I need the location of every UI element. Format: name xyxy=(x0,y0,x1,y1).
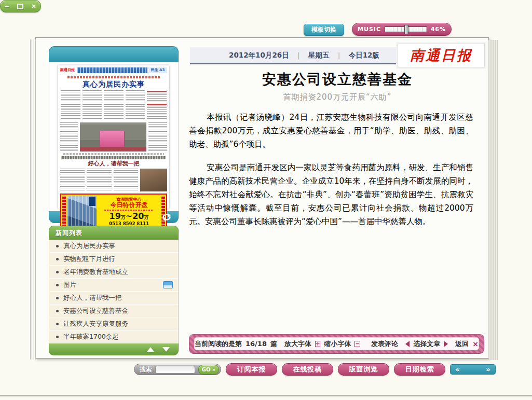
newspaper-logo-box: 南通日报 xyxy=(398,44,485,67)
thumbnail-text-column xyxy=(147,90,167,120)
news-item-label: 让残疾人安享康复服务 xyxy=(63,320,128,328)
post-comment-button[interactable]: 发表评论 xyxy=(371,339,398,349)
template-switch-button[interactable]: 模板切换 xyxy=(304,24,344,36)
thumbnail-donation-box xyxy=(100,131,125,147)
search-go-button[interactable]: GO » xyxy=(198,365,219,375)
scroll-up-icon[interactable] xyxy=(147,347,154,352)
book-page-edge-left xyxy=(29,39,36,360)
toolbar-button[interactable]: 在线投稿 xyxy=(282,363,333,376)
separator: ｜ xyxy=(335,51,342,60)
current-article-prefix: 当前阅读的是第 xyxy=(195,339,242,349)
thumbnail-text-columns xyxy=(61,90,167,120)
news-item-label: 实物配租下月进行 xyxy=(63,255,115,264)
advert-photo-tag xyxy=(89,197,96,206)
thumbnail-headline-secondary: 好心人，请帮我一把 xyxy=(60,160,167,167)
advert-price: 19万~20万 xyxy=(110,212,149,221)
bullet-icon xyxy=(56,245,59,247)
news-item-label: 安惠公司设立慈善基金 xyxy=(63,307,128,315)
toolbar-button[interactable]: 日期检索 xyxy=(394,363,445,376)
news-list-item[interactable]: 好心人，请帮我一把 xyxy=(49,292,178,305)
toolbar-buttons: 订阅本报在线投稿版面浏览日期检索 xyxy=(226,363,445,376)
zoom-out-text-button[interactable]: 缩小字体 xyxy=(324,339,351,349)
music-slider-handle-icon[interactable] xyxy=(404,25,408,34)
news-list-item[interactable]: 安惠公司设立慈善基金 xyxy=(49,305,178,318)
close-button[interactable]: × xyxy=(28,2,39,10)
reader-page-frame: 南通日报 民生 A3 真心为居民办实事 xyxy=(35,37,489,358)
book-page-edge-right xyxy=(488,40,498,360)
next-article-icon[interactable] xyxy=(444,341,448,347)
toolbar-button[interactable]: 订阅本报 xyxy=(226,363,277,376)
advert-headline: 今日特价开盘 xyxy=(111,202,148,209)
toolbar-button[interactable]: 版面浏览 xyxy=(338,363,389,376)
bottom-toolbar: 搜索 GO » 订阅本报在线投稿版面浏览日期检索 « » xyxy=(134,364,496,375)
page-pager: « » xyxy=(450,364,496,375)
news-list-item[interactable]: 老年消费教育基地成立 xyxy=(49,266,178,279)
thumbnail-advert: 鑫湖国贸中心 今日特价开盘 19万~20万 0513 8592 8111 xyxy=(60,194,167,231)
zoom-out-icon[interactable]: − xyxy=(354,341,360,347)
music-player-bar[interactable]: MUSIC 46% xyxy=(352,23,452,36)
edition-label: 今日12版 xyxy=(349,51,379,60)
separator: ｜ xyxy=(295,51,302,60)
thumbnail-photo-small xyxy=(140,169,167,191)
thumbnail-text-column xyxy=(126,90,145,120)
thumbnail-photo xyxy=(80,122,146,151)
minimize-button[interactable] xyxy=(2,2,13,10)
restore-button[interactable] xyxy=(15,2,26,10)
article-title: 安惠公司设立慈善基金 xyxy=(189,70,486,89)
news-list-item[interactable]: 让残疾人安享康复服务 xyxy=(49,318,178,330)
reading-control-bar: 当前阅读的是第 16/18 篇 放大字体 + 缩小字体 − 发表评论 选择文章 xyxy=(189,334,484,354)
article-subtitle: 首期捐资200万元开展“六助” xyxy=(189,92,486,102)
thumbnail-masthead: 南通日报 民生 A3 xyxy=(60,67,167,73)
back-button[interactable]: 返回 xyxy=(455,339,469,349)
music-volume-slider[interactable] xyxy=(385,26,427,32)
thumbnail-photo-row xyxy=(60,122,167,151)
thumbnail-text-column xyxy=(87,169,111,191)
pager-next-icon[interactable]: » xyxy=(486,365,490,374)
advert-building-photo xyxy=(67,196,97,229)
thumbnail-text-column xyxy=(60,169,85,191)
advert-side-strip xyxy=(161,196,165,229)
thumbnail-masthead-logo: 南通日报 xyxy=(60,67,76,73)
zoom-in-text-button[interactable]: 放大字体 xyxy=(284,339,311,349)
date-label: 2012年10月26日 xyxy=(229,51,289,60)
article-paragraph: 本报讯（记者汤晓峰）24日，江苏安惠生物科技有限公司向南通开发区慈善会捐款200… xyxy=(189,111,473,151)
advert-side-strip xyxy=(62,196,66,229)
zoom-in-icon[interactable]: + xyxy=(315,341,320,347)
article-unit: 篇 xyxy=(270,339,277,349)
news-list: 真心为居民办实事实物配租下月进行老年消费教育基地成立图片好心人，请帮我一把安惠公… xyxy=(49,240,179,343)
news-item-label: 真心为居民办实事 xyxy=(63,242,115,251)
news-list-item[interactable]: 真心为居民办实事 xyxy=(49,240,178,253)
bottom-divider xyxy=(0,395,532,397)
news-item-label: 半年破案1700余起 xyxy=(63,333,119,341)
close-article-icon[interactable]: × xyxy=(472,340,479,348)
newspaper-logo: 南通日报 xyxy=(410,46,472,65)
thumbnail-caption-line xyxy=(63,153,164,155)
search-label: 搜索 xyxy=(140,365,152,374)
thumbnail-section-label: 民生 A3 xyxy=(148,67,167,73)
select-article-button[interactable]: 选择文章 xyxy=(413,339,440,349)
bullet-icon xyxy=(56,323,59,325)
thumbnail-text-columns xyxy=(60,169,167,191)
search-input[interactable] xyxy=(155,366,195,374)
bullet-icon xyxy=(56,310,59,312)
bullet-icon xyxy=(56,258,59,260)
thumbnail-panel-body: 南通日报 民生 A3 真心为居民办实事 xyxy=(49,62,179,211)
thumbnail-text-column xyxy=(148,122,167,151)
news-list-item[interactable]: 图片 xyxy=(49,279,178,292)
thumbnail-text-column xyxy=(61,90,80,120)
pager-prev-icon[interactable]: « xyxy=(455,365,460,374)
advert-text: 鑫湖国贸中心 今日特价开盘 19万~20万 0513 8592 8111 xyxy=(98,196,160,229)
previous-article-icon[interactable] xyxy=(405,341,410,347)
restore-icon xyxy=(17,4,23,9)
news-list-item[interactable]: 实物配租下月进行 xyxy=(49,253,178,266)
newspaper-page-thumbnail[interactable]: 南通日报 民生 A3 真心为居民办实事 xyxy=(58,65,169,209)
thumbnail-text-column xyxy=(83,90,102,120)
thumbnail-kicker-line xyxy=(67,76,160,78)
flip-page-icon[interactable] xyxy=(161,213,172,221)
reading-control-inner: 当前阅读的是第 16/18 篇 放大字体 + 缩小字体 − 发表评论 选择文章 xyxy=(194,337,479,350)
image-icon xyxy=(163,281,173,288)
music-volume-percent: 46% xyxy=(431,26,446,33)
news-list-item[interactable]: 半年破案1700余起 xyxy=(49,330,178,343)
bullet-icon xyxy=(56,271,59,273)
scroll-down-icon[interactable] xyxy=(162,347,170,352)
